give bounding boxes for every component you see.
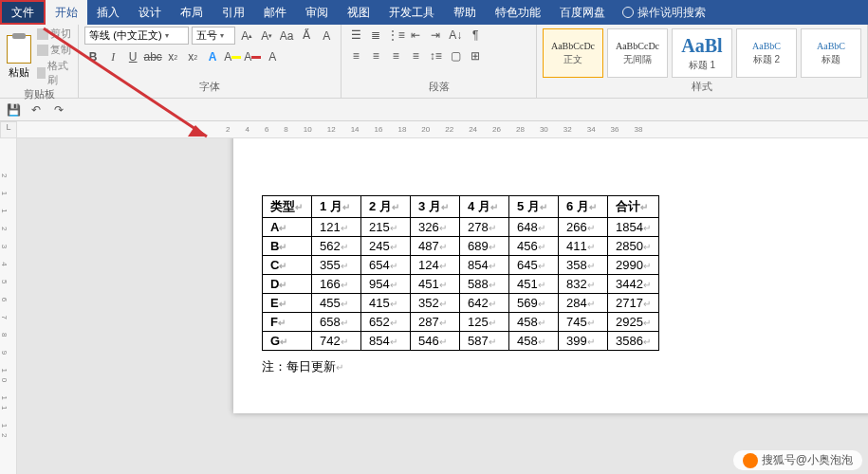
highlight-button[interactable]: A	[224, 48, 241, 65]
shrink-font-button[interactable]: A▾	[258, 27, 275, 45]
subscript-button[interactable]: x2	[164, 48, 181, 65]
table-cell[interactable]: 2717↵	[608, 294, 659, 313]
table-cell[interactable]: 456↵	[509, 237, 559, 256]
table-cell[interactable]: 3586↵	[608, 332, 659, 351]
clear-format-button[interactable]: A	[318, 27, 335, 45]
table-cell[interactable]: 648↵	[509, 218, 559, 237]
table-cell[interactable]: 399↵	[559, 332, 608, 351]
font-size-combo[interactable]: 五号▾	[192, 27, 235, 45]
table-cell[interactable]: B↵	[263, 237, 312, 256]
change-case-button[interactable]: Aa	[278, 27, 295, 45]
table-cell[interactable]: 654↵	[361, 256, 411, 275]
table-cell[interactable]: 487↵	[411, 237, 460, 256]
table-cell[interactable]: 355↵	[312, 256, 361, 275]
table-cell[interactable]: 658↵	[312, 313, 361, 332]
table-cell[interactable]: 2850↵	[608, 237, 659, 256]
table-row[interactable]: G↵742↵854↵546↵587↵458↵399↵3586↵	[263, 332, 659, 351]
table-cell[interactable]: 358↵	[559, 256, 608, 275]
decrease-indent-button[interactable]: ⇤	[407, 27, 424, 44]
table-cell[interactable]: C↵	[263, 256, 312, 275]
table-cell[interactable]: 166↵	[312, 275, 361, 294]
tab-mail[interactable]: 邮件	[254, 0, 296, 25]
table-cell[interactable]: 3442↵	[608, 275, 659, 294]
font-color-button[interactable]: A	[244, 48, 261, 65]
table-cell[interactable]: 455↵	[312, 294, 361, 313]
table-cell[interactable]: 2925↵	[608, 313, 659, 332]
style-无间隔[interactable]: AaBbCcDc无间隔	[607, 28, 668, 78]
tab-layout[interactable]: 布局	[171, 0, 212, 25]
table-cell[interactable]: 588↵	[460, 275, 509, 294]
table-cell[interactable]: 245↵	[361, 237, 411, 256]
cut-button[interactable]: 剪切	[37, 27, 72, 41]
tab-special[interactable]: 特色功能	[486, 0, 550, 25]
copy-button[interactable]: 复制	[37, 43, 72, 57]
table-cell[interactable]: 458↵	[509, 313, 559, 332]
table-cell[interactable]: 546↵	[411, 332, 460, 351]
table-cell[interactable]: 854↵	[361, 332, 411, 351]
horizontal-ruler[interactable]: 2468101214161820222426283032343638	[17, 121, 868, 138]
align-right-button[interactable]: ≡	[387, 47, 404, 64]
table-cell[interactable]: 458↵	[509, 332, 559, 351]
table-cell[interactable]: 125↵	[460, 313, 509, 332]
table-cell[interactable]: 451↵	[509, 275, 559, 294]
table-cell[interactable]: 326↵	[411, 218, 460, 237]
table-cell[interactable]: 569↵	[509, 294, 559, 313]
strikethrough-button[interactable]: abc	[144, 48, 161, 65]
table-cell[interactable]: 742↵	[312, 332, 361, 351]
tab-help[interactable]: 帮助	[444, 0, 486, 25]
table-cell[interactable]: 451↵	[411, 275, 460, 294]
table-cell[interactable]: D↵	[263, 275, 312, 294]
italic-button[interactable]: I	[104, 48, 121, 65]
table-row[interactable]: D↵166↵954↵451↵588↵451↵832↵3442↵	[263, 275, 659, 294]
table-row[interactable]: E↵455↵415↵352↵642↵569↵284↵2717↵	[263, 294, 659, 313]
table-cell[interactable]: 1854↵	[608, 218, 659, 237]
page-area[interactable]: 类型↵1 月↵2 月↵3 月↵4 月↵5 月↵6 月↵合计↵A↵121↵215↵…	[17, 138, 868, 474]
table-cell[interactable]: 287↵	[411, 313, 460, 332]
align-left-button[interactable]: ≡	[347, 47, 364, 64]
table-cell[interactable]: 745↵	[559, 313, 608, 332]
align-center-button[interactable]: ≡	[367, 47, 384, 64]
undo-button[interactable]: ↶	[28, 102, 44, 118]
table-cell[interactable]: 278↵	[460, 218, 509, 237]
tab-baidu[interactable]: 百度网盘	[550, 0, 615, 25]
table-row[interactable]: A↵121↵215↵326↵278↵648↵266↵1854↵	[263, 218, 659, 237]
phonetic-guide-button[interactable]: A̋	[298, 27, 315, 45]
style-标题 1[interactable]: AaBl标题 1	[672, 28, 732, 78]
tell-me-search[interactable]: 操作说明搜索	[622, 0, 706, 25]
table-cell[interactable]: 284↵	[559, 294, 608, 313]
show-marks-button[interactable]: ¶	[467, 27, 484, 44]
numbering-button[interactable]: ≣	[367, 27, 384, 44]
tab-design[interactable]: 设计	[129, 0, 171, 25]
underline-button[interactable]: U	[124, 48, 141, 65]
table-cell[interactable]: 652↵	[361, 313, 411, 332]
paste-button[interactable]: 粘贴	[6, 35, 33, 80]
table-cell[interactable]: 645↵	[509, 256, 559, 275]
tab-view[interactable]: 视图	[338, 0, 379, 25]
data-table[interactable]: 类型↵1 月↵2 月↵3 月↵4 月↵5 月↵6 月↵合计↵A↵121↵215↵…	[262, 195, 659, 351]
justify-button[interactable]: ≡	[407, 47, 424, 64]
sort-button[interactable]: A↓	[447, 27, 464, 44]
tab-file[interactable]: 文件	[0, 0, 46, 25]
style-标题 2[interactable]: AaBbC标题 2	[736, 28, 797, 78]
shading-button[interactable]: ▢	[447, 47, 464, 64]
table-cell[interactable]: A↵	[263, 218, 312, 237]
table-cell[interactable]: 689↵	[460, 237, 509, 256]
table-cell[interactable]: 411↵	[559, 237, 608, 256]
table-cell[interactable]: 854↵	[460, 256, 509, 275]
line-spacing-button[interactable]: ↕≡	[427, 47, 444, 64]
bold-button[interactable]: B	[84, 48, 102, 65]
vertical-ruler[interactable]: 2 1 1 2 3 4 5 6 7 8 9 10 11 12	[0, 138, 17, 474]
table-cell[interactable]: G↵	[263, 332, 312, 351]
tab-references[interactable]: 引用	[212, 0, 254, 25]
table-cell[interactable]: 121↵	[312, 218, 361, 237]
table-cell[interactable]: 215↵	[361, 218, 411, 237]
table-cell[interactable]: 832↵	[559, 275, 608, 294]
table-cell[interactable]: 562↵	[312, 237, 361, 256]
redo-button[interactable]: ↷	[51, 102, 66, 118]
table-row[interactable]: F↵658↵652↵287↵125↵458↵745↵2925↵	[263, 313, 659, 332]
table-cell[interactable]: 587↵	[460, 332, 509, 351]
text-effects-button[interactable]: A	[204, 48, 221, 65]
table-row[interactable]: B↵562↵245↵487↵689↵456↵411↵2850↵	[263, 237, 659, 256]
tab-dev[interactable]: 开发工具	[379, 0, 444, 25]
table-cell[interactable]: 954↵	[361, 275, 411, 294]
